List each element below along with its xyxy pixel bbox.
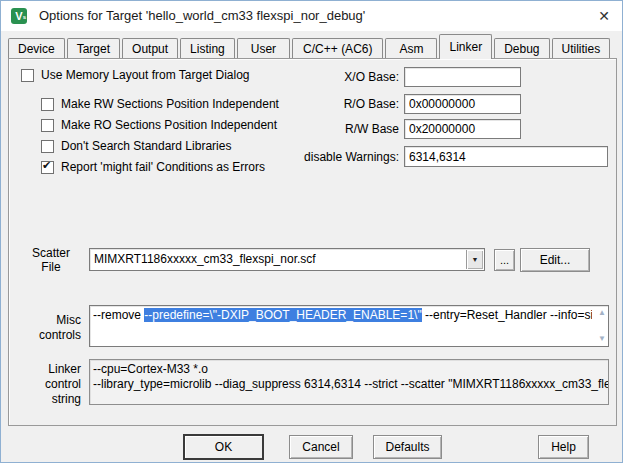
checkbox-label: Use Memory Layout from Target Dialog	[41, 68, 250, 82]
rw-base-label: R/W Base	[229, 122, 399, 136]
misc-text-after: --entry=Reset_Handler --info=sizes,total…	[422, 308, 592, 322]
misc-label-line1: Misc	[9, 313, 81, 328]
tab-asm[interactable]: Asm	[385, 38, 437, 58]
disable-warnings-input[interactable]	[404, 146, 608, 167]
ro-base-label: R/O Base:	[229, 97, 399, 111]
checkbox-use-memory-layout[interactable]: Use Memory Layout from Target Dialog	[21, 67, 250, 83]
linker-control-string-line2: --library_type=microlib --diag_suppress …	[90, 377, 608, 392]
scatter-label-line2: File	[29, 260, 73, 274]
edit-button[interactable]: Edit...	[520, 248, 590, 272]
checkbox-box[interactable]	[41, 140, 54, 153]
rw-base-input[interactable]	[404, 119, 521, 139]
close-icon[interactable]: ✕	[587, 1, 621, 31]
uvision-logo-icon: V s	[11, 8, 27, 24]
misc-controls-label: Misc controls	[9, 313, 81, 343]
browse-button[interactable]: ...	[494, 249, 515, 271]
misc-text-before: --remove	[93, 308, 144, 322]
ok-button[interactable]: OK	[184, 435, 263, 459]
linker-control-string-line1: --cpu=Cortex-M33 *.o	[90, 360, 608, 377]
tab-device[interactable]: Device	[8, 38, 65, 58]
options-for-target-dialog: V s Options for Target 'hello_world_cm33…	[0, 0, 623, 463]
misc-controls-text: --remove --predefine=\"-DXIP_BOOT_HEADER…	[93, 308, 592, 322]
lcs-label-line1: Linker	[9, 362, 81, 377]
lcs-label-line2: control	[9, 377, 81, 392]
lcs-label-line3: string	[9, 392, 81, 407]
scatter-label-line1: Scatter	[29, 246, 73, 260]
checkbox-box[interactable]	[41, 119, 54, 132]
chevron-down-icon[interactable]: ▼	[466, 250, 483, 269]
checkbox-box[interactable]	[21, 69, 34, 82]
xo-base-input[interactable]	[404, 67, 521, 87]
tab-target[interactable]: Target	[67, 38, 120, 58]
title-bar: V s Options for Target 'hello_world_cm33…	[1, 1, 622, 31]
checkbox-box[interactable]	[41, 98, 54, 111]
xo-base-label: X/O Base:	[229, 70, 399, 84]
scroll-up-icon[interactable]: ▲	[598, 309, 606, 317]
misc-controls-textarea[interactable]: --remove --predefine=\"-DXIP_BOOT_HEADER…	[89, 305, 609, 347]
linker-tab-page: Use Memory Layout from Target Dialog Mak…	[8, 58, 617, 426]
checkbox-box[interactable]	[41, 161, 54, 174]
logo-subscript: s	[23, 9, 26, 25]
scroll-down-icon[interactable]: ▼	[598, 335, 606, 343]
checkbox-label: Don't Search Standard Libraries	[61, 139, 231, 153]
cancel-button[interactable]: Cancel	[289, 435, 353, 459]
misc-text-selected: --predefine=\"-DXIP_BOOT_HEADER_ENABLE=1…	[144, 308, 421, 322]
linker-control-string-label: Linker control string	[9, 362, 81, 407]
logo-letter: V	[15, 10, 22, 22]
checkbox-dont-search-standard-libraries[interactable]: Don't Search Standard Libraries	[41, 138, 231, 154]
tab-linker[interactable]: Linker	[439, 34, 492, 59]
tab-utilities[interactable]: Utilities	[552, 38, 611, 58]
ro-base-input[interactable]	[404, 94, 521, 114]
tab-output[interactable]: Output	[122, 38, 178, 58]
tab-listing[interactable]: Listing	[180, 38, 235, 58]
scatter-file-label: Scatter File	[29, 246, 73, 274]
tab-debug[interactable]: Debug	[494, 38, 549, 58]
help-button[interactable]: Help	[538, 435, 589, 459]
tab-user[interactable]: User	[237, 38, 290, 58]
dialog-title: Options for Target 'hello_world_cm33 fle…	[39, 1, 365, 31]
scatter-file-combobox[interactable]: MIMXRT1186xxxxx_cm33_flexspi_nor.scf ▼	[89, 248, 485, 271]
defaults-button[interactable]: Defaults	[373, 435, 442, 459]
misc-label-line2: controls	[9, 328, 81, 343]
scatter-file-value[interactable]: MIMXRT1186xxxxx_cm33_flexspi_nor.scf	[94, 252, 464, 266]
linker-control-string-box[interactable]: --cpu=Cortex-M33 *.o --library_type=micr…	[89, 359, 609, 405]
disable-warnings-label: disable Warnings:	[229, 150, 399, 164]
tab-strip: Device Target Output Listing User C/C++ …	[8, 34, 612, 58]
tab-ccpp-ac6[interactable]: C/C++ (AC6)	[292, 38, 383, 58]
